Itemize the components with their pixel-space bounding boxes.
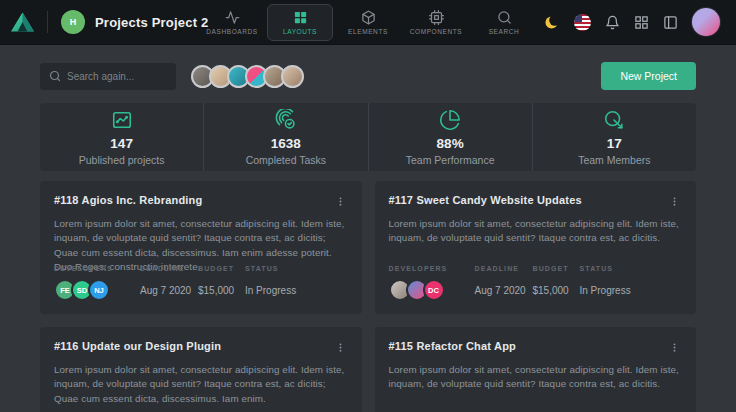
developers-label: DEVELOPERS bbox=[54, 265, 140, 272]
nav-label: ELEMENTS bbox=[348, 28, 388, 35]
budget-value: $15,000 bbox=[533, 285, 580, 296]
page-title: Projects Project 2 bbox=[95, 15, 208, 30]
nav-label: DASHBOARDS bbox=[206, 28, 258, 35]
brand-area: H Projects Project 2 bbox=[10, 10, 208, 34]
kebab-menu-icon[interactable] bbox=[667, 194, 682, 209]
dark-mode-toggle[interactable] bbox=[545, 15, 560, 30]
status-value: In Progress bbox=[580, 285, 683, 296]
kebab-menu-icon[interactable] bbox=[667, 340, 682, 355]
stat-label: Team Performance bbox=[406, 154, 495, 166]
developer-avatars: DC bbox=[389, 279, 475, 301]
sidebar-toggle-icon bbox=[663, 15, 678, 30]
navbar-actions bbox=[545, 8, 720, 36]
cpu-icon bbox=[429, 10, 444, 25]
developer-badge[interactable]: DC bbox=[423, 279, 445, 301]
brand-logo[interactable] bbox=[10, 10, 35, 34]
apps-grid-icon bbox=[634, 15, 649, 30]
card-title: #115 Refactor Chat App bbox=[389, 340, 516, 352]
main-nav: DASHBOARDS LAYOUTS ELEMENTS COMPONENTS S… bbox=[199, 4, 537, 41]
nav-label: SEARCH bbox=[489, 28, 520, 35]
nav-label: COMPONENTS bbox=[410, 28, 463, 35]
project-card-117: #117 Sweet Candy Website Updates Lorem i… bbox=[375, 181, 697, 314]
pie-chart-icon bbox=[439, 109, 461, 133]
stat-team-performance: 88% Team Performance bbox=[368, 103, 532, 171]
notifications-button[interactable] bbox=[605, 15, 620, 30]
card-footer: DEVELOPERS DEADLINE BUDGET STATUS DC Aug… bbox=[389, 265, 683, 301]
apps-grid-button[interactable] bbox=[634, 15, 649, 30]
developers-label: DEVELOPERS bbox=[389, 265, 475, 272]
deadline-value: Aug 7 2020 bbox=[475, 285, 533, 296]
budget-label: BUDGET bbox=[198, 265, 245, 272]
project-avatar[interactable]: H bbox=[61, 10, 85, 34]
project-card-118: #118 Agios Inc. Rebranding Lorem ipsum d… bbox=[40, 181, 362, 314]
search-icon bbox=[497, 10, 512, 25]
line-chart-icon bbox=[111, 109, 133, 133]
ripple-check-icon bbox=[275, 109, 297, 133]
user-avatar[interactable] bbox=[692, 8, 720, 36]
stat-published-projects: 147 Published projects bbox=[40, 103, 203, 171]
top-navbar: H Projects Project 2 DASHBOARDS LAYOUTS … bbox=[0, 0, 736, 45]
budget-value: $15,000 bbox=[198, 285, 245, 296]
kebab-menu-icon[interactable] bbox=[333, 194, 348, 209]
layout-grid-icon bbox=[293, 10, 308, 25]
card-title: #116 Update our Design Plugin bbox=[54, 340, 221, 352]
card-description: Lorem ipsum dolor sit amet, consectetur … bbox=[389, 217, 683, 246]
sidebar-toggle-button[interactable] bbox=[663, 15, 678, 30]
stat-label: Team Members bbox=[578, 154, 650, 166]
project-cards-grid: #118 Agios Inc. Rebranding Lorem ipsum d… bbox=[40, 181, 696, 412]
us-flag-icon[interactable] bbox=[574, 14, 591, 31]
zoom-arrow-icon bbox=[603, 109, 625, 133]
search-icon bbox=[49, 70, 61, 82]
budget-label: BUDGET bbox=[533, 265, 580, 272]
deadline-label: DEADLINE bbox=[475, 265, 533, 272]
team-avatar-group bbox=[191, 65, 304, 88]
card-footer: DEVELOPERS DEADLINE BUDGET STATUS FE SD … bbox=[54, 265, 348, 301]
search-input[interactable] bbox=[67, 71, 167, 82]
nav-item-dashboards[interactable]: DASHBOARDS bbox=[199, 4, 265, 41]
developer-avatars: FE SD NJ bbox=[54, 279, 140, 301]
nav-item-elements[interactable]: ELEMENTS bbox=[335, 4, 401, 41]
deadline-label: DEADLINE bbox=[140, 265, 198, 272]
deadline-value: Aug 7 2020 bbox=[140, 285, 198, 296]
toolbar: New Project bbox=[40, 62, 696, 90]
box-icon bbox=[361, 10, 376, 25]
team-member-avatar[interactable] bbox=[281, 65, 304, 88]
stat-value: 1638 bbox=[271, 136, 301, 151]
card-description: Lorem ipsum dolor sit amet, consectetur … bbox=[389, 363, 683, 392]
new-project-button[interactable]: New Project bbox=[601, 62, 696, 90]
stat-label: Completed Tasks bbox=[246, 154, 326, 166]
card-description: Lorem ipsum dolor sit amet, consectetur … bbox=[54, 363, 348, 406]
project-card-116: #116 Update our Design Plugin Lorem ipsu… bbox=[40, 327, 362, 412]
stat-label: Published projects bbox=[79, 154, 165, 166]
nav-item-search[interactable]: SEARCH bbox=[471, 4, 537, 41]
stat-team-members: 17 Team Members bbox=[532, 103, 696, 171]
stat-completed-tasks: 1638 Completed Tasks bbox=[203, 103, 367, 171]
kebab-menu-icon[interactable] bbox=[333, 340, 348, 355]
card-title: #118 Agios Inc. Rebranding bbox=[54, 194, 202, 206]
nav-label: LAYOUTS bbox=[283, 28, 317, 35]
activity-icon bbox=[225, 10, 240, 25]
moon-icon bbox=[545, 15, 560, 30]
developer-badge[interactable]: NJ bbox=[88, 279, 110, 301]
status-label: STATUS bbox=[245, 265, 348, 272]
stats-panel: 147 Published projects 1638 Completed Ta… bbox=[40, 103, 696, 171]
stat-value: 17 bbox=[607, 136, 622, 151]
nav-item-layouts[interactable]: LAYOUTS bbox=[267, 4, 333, 41]
search-box bbox=[40, 63, 176, 90]
stat-value: 88% bbox=[437, 136, 464, 151]
stat-value: 147 bbox=[110, 136, 133, 151]
card-title: #117 Sweet Candy Website Updates bbox=[389, 194, 582, 206]
project-card-115: #115 Refactor Chat App Lorem ipsum dolor… bbox=[375, 327, 697, 412]
status-label: STATUS bbox=[580, 265, 683, 272]
nav-item-components[interactable]: COMPONENTS bbox=[403, 4, 469, 41]
divider bbox=[47, 11, 48, 33]
bell-icon bbox=[605, 15, 620, 30]
status-value: In Progress bbox=[245, 285, 348, 296]
